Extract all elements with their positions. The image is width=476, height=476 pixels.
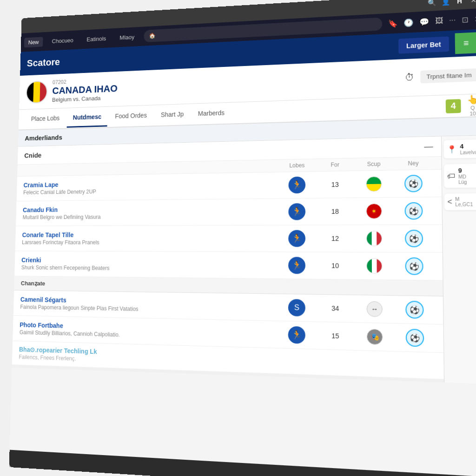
app-container: Scatore Larger Bet ≡ 07202 CANADA IHAO B… <box>10 29 476 476</box>
bet-scup-1 <box>354 176 393 192</box>
side-label-3a: M <box>455 196 473 202</box>
app-title: Scatore <box>26 56 60 69</box>
more-icon[interactable]: ··· <box>449 16 456 25</box>
tab-eatinols[interactable]: Eatinols <box>82 33 110 44</box>
tag-icon: 🏷 <box>447 172 456 180</box>
bet-button-6[interactable]: ⚽ <box>406 329 424 347</box>
bet-ney-1: ⚽ <box>394 175 434 192</box>
player-icon-1: 🏃 <box>289 177 306 194</box>
bet-name-3[interactable]: Conarle Tapel Tille <box>22 231 278 238</box>
location-icon: 📍 <box>447 145 457 154</box>
main-content: Cnide — Lobes For Scup Ney Crami <box>12 137 444 383</box>
bet-button-2[interactable]: ⚽ <box>404 202 423 220</box>
flag-icon-4 <box>366 258 382 273</box>
market-section: Cnide — Lobes For Scup Ney Crami <box>12 137 444 383</box>
bet-button-5[interactable]: ⚽ <box>405 301 423 319</box>
chat-icon[interactable]: 💬 <box>419 17 429 26</box>
side-panel-item-1: 📍 4 Lavelva <box>443 139 476 159</box>
sidebar-icon[interactable]: ⊡ <box>462 15 468 24</box>
tab-marberds[interactable]: Marberds <box>192 103 231 124</box>
player-icon-2: 🏃 <box>288 203 305 220</box>
tab-new[interactable]: New <box>24 37 43 47</box>
side-label-3b: Le,GC1 <box>455 202 473 207</box>
history-icon[interactable]: 🕐 <box>403 18 413 27</box>
profile-icon[interactable]: 👤 <box>440 0 450 7</box>
browser-window: 🔍 👤 H ✕ New Chocueo Eatinols Mlaoy 🏠 🔖 🕐… <box>9 0 476 476</box>
side-panel-item-2: 🏷 9 MD Lüg <box>444 164 476 188</box>
bet-number-3: 12 <box>331 235 339 242</box>
bet-button-1[interactable]: ⚽ <box>404 175 423 192</box>
bet-name-2[interactable]: Canadu Fkin <box>23 205 278 214</box>
layout-wrapper: Cnide — Lobes For Scup Ney Crami <box>12 135 476 384</box>
side-label-1: Lavelva <box>460 150 476 155</box>
arrow-icon-5: ↔ <box>367 301 383 317</box>
side-label-2: MD <box>458 174 467 179</box>
side-panel: 📍 4 Lavelva 🏷 9 MD Lüg < <box>441 135 476 384</box>
bet-row-3: Conarle Tapel Tille Larsraes Forinctay F… <box>15 225 443 253</box>
bet-button-4[interactable]: ⚽ <box>405 258 423 275</box>
bet-number-6: 15 <box>331 332 339 340</box>
bet-scup-4 <box>355 258 394 274</box>
bet-scup-6: 🎭 <box>355 329 395 345</box>
side-panel-item-3[interactable]: < M Le,GC1 <box>444 193 476 210</box>
bet-for-2: 18 <box>316 207 355 215</box>
bet-for-3: 12 <box>316 235 355 242</box>
menu-button[interactable]: ≡ <box>455 32 476 54</box>
back-icon[interactable]: < <box>447 198 452 206</box>
tab-food-ordes[interactable]: Food Ordes <box>109 106 153 126</box>
bet-for-1: 13 <box>316 180 355 188</box>
bet-ney-4: ⚽ <box>394 258 435 275</box>
col-scup: Scup <box>354 160 393 168</box>
window-close-icon[interactable]: ✕ <box>474 14 476 24</box>
bet-row-4: Crienki Shurk Sonic shern Fecepening Bea… <box>14 251 443 280</box>
bet-ney-5: ⚽ <box>394 301 435 319</box>
bet-for-7 <box>316 362 355 364</box>
tab-nutdmesc[interactable]: Nutdmesc <box>67 107 108 127</box>
tab-mlaoy[interactable]: Mlaoy <box>115 32 139 43</box>
flag-icon-1 <box>366 176 382 192</box>
larger-bet-button[interactable]: Larger Bet <box>398 36 449 53</box>
q-num: 10 <box>469 111 476 117</box>
bet-row-2: Canadu Fkin Multaril Belgro we Definiing… <box>16 197 442 226</box>
close-icon[interactable]: ✕ <box>469 0 476 5</box>
bet-number-5: 34 <box>331 304 339 312</box>
bet-desc-3: Larsraes Forinctay Fitaora Pranels <box>22 239 278 246</box>
bet-scup-3 <box>355 231 394 246</box>
match-details: 07202 CANADA IHAO Belgium vs. Canada <box>52 77 118 103</box>
header-right: Larger Bet ≡ <box>398 32 476 56</box>
bet-number-2: 18 <box>331 208 339 215</box>
bookmark-icon[interactable]: 🔖 <box>388 19 397 28</box>
logo-icon-5: S <box>288 299 305 317</box>
h-icon[interactable]: H <box>455 0 465 6</box>
bet-button-3[interactable]: ⚽ <box>405 230 423 247</box>
col-for: For <box>316 161 355 169</box>
col-ney: Ney <box>393 159 433 167</box>
bet-desc-2: Multaril Belgro we Definiing Vasura <box>23 213 278 221</box>
tab-chocueo[interactable]: Chocueo <box>48 35 78 46</box>
bet-lobes-5: S <box>278 299 316 317</box>
player-icon-4: 🏃 <box>288 257 305 274</box>
side-num-1: 4 <box>460 142 476 150</box>
flag-icon-6: 🎭 <box>367 329 383 344</box>
bet-number-4: 10 <box>331 262 339 270</box>
score-badge: 4 <box>446 99 461 113</box>
bet-for-5: 34 <box>316 304 355 312</box>
search-icon[interactable]: 🔍 <box>427 0 437 7</box>
timer-icon: ⏱ <box>404 72 414 83</box>
col-lobes: Lobes <box>278 162 316 169</box>
bet-name-4[interactable]: Crienki <box>21 257 278 265</box>
bet-scup-7 <box>355 363 395 364</box>
tab-place-lobs[interactable]: Place Lobs <box>25 109 66 129</box>
q-icon: 👆 <box>467 94 476 105</box>
bet-lobes-3: 🏃 <box>278 230 316 247</box>
q-label: Q <box>470 105 475 111</box>
screenshot-icon[interactable]: 🖼 <box>435 16 443 25</box>
bet-for-6: 15 <box>316 331 355 340</box>
collapse-button[interactable]: — <box>424 141 433 152</box>
q-section: 👆 Q 10 <box>467 94 476 117</box>
match-info: 07202 CANADA IHAO Belgium vs. Canada <box>26 77 118 104</box>
bet-ney-7 <box>395 364 435 366</box>
bet-scup-2: ✶ <box>354 204 394 219</box>
side-num-2: 9 <box>458 167 467 174</box>
tab-shart-jp[interactable]: Shart Jp <box>154 105 190 125</box>
